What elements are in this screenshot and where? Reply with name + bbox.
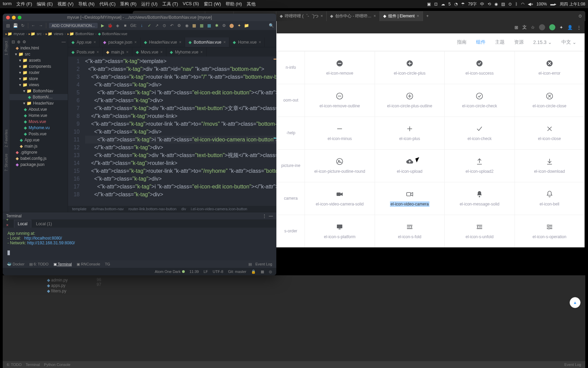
breadcrumb-segment[interactable]: router-link.bottom-nav-button xyxy=(128,207,176,211)
tree-file[interactable]: ◆Posts.vue xyxy=(10,131,68,137)
icon-cell[interactable]: oom-out xyxy=(277,84,305,117)
project-tab[interactable]: 1: Project xyxy=(4,40,8,57)
search-icon[interactable]: 🔍 xyxy=(269,23,274,28)
editor-tab[interactable]: ◆Myhome.vue× xyxy=(166,47,207,57)
new-tab-button[interactable]: + xyxy=(423,14,432,18)
tab-close-icon[interactable]: × xyxy=(97,50,99,55)
tab-close-icon[interactable]: × xyxy=(160,50,163,55)
icon-cell[interactable]: el-icon-minus xyxy=(305,117,375,150)
mem-icon[interactable]: ▦ xyxy=(261,270,264,274)
gear-icon[interactable]: ⚙ xyxy=(22,40,26,44)
stop-icon[interactable]: ■ xyxy=(123,23,128,28)
tree-folder[interactable]: ▾📁views xyxy=(10,82,68,88)
back-icon[interactable]: ← xyxy=(31,23,36,28)
browser-tab[interactable]: ◆创作中心 - 哔哩哔…× xyxy=(327,11,380,21)
tab-close-icon[interactable]: × xyxy=(200,50,203,55)
encoding[interactable]: UTF-8 xyxy=(213,270,223,274)
git-update-icon[interactable]: ↓ xyxy=(140,23,144,28)
tab-close-icon[interactable]: × xyxy=(321,14,323,18)
collapse-icon[interactable]: ⊟ xyxy=(12,40,15,44)
icon-cell[interactable]: el-icon-picture-outline-round xyxy=(305,150,375,182)
icon-cell[interactable]: camera xyxy=(277,182,305,215)
tree-folder[interactable]: ▾📁src xyxy=(10,51,68,57)
term-min-icon[interactable]: — xyxy=(269,214,273,218)
menu-item[interactable]: 编辑 (E) xyxy=(37,1,53,7)
project-tree[interactable]: ⊟ ⊕ ⚙ — ◆index.html▾📁src▾📁assets▾📁compon… xyxy=(10,37,68,212)
menu-item[interactable]: 文件 (F) xyxy=(16,1,32,7)
menu-item[interactable]: 其他 xyxy=(247,1,256,7)
icon-cell[interactable]: el-icon-download xyxy=(514,150,584,182)
menu-item[interactable]: 窗口 (W) xyxy=(204,1,221,7)
scroll-top-button[interactable]: ▲ xyxy=(570,297,581,308)
tree-file[interactable]: ◆index.html xyxy=(10,45,68,51)
icon-cell[interactable]: el-icon-close xyxy=(514,117,584,150)
breadcrumb-segment[interactable]: i.el-icon-video-camera.icon-button xyxy=(191,207,247,211)
path-breadcrumbs[interactable]: ▸📁myvue›▸📁src›▸📁views›▸📁BottomNav›◆Botto… xyxy=(3,30,276,37)
refresh-icon[interactable]: ↻ xyxy=(20,23,25,28)
icon-cell[interactable]: el-icon-video-camera-solid xyxy=(305,182,375,215)
event-log[interactable]: Event Log xyxy=(564,363,581,367)
icon-cell[interactable]: el-icon-upload xyxy=(375,150,444,182)
icon-cell[interactable]: el-icon-circle-check xyxy=(445,84,514,117)
menu-item[interactable]: 重构 (R) xyxy=(120,1,136,7)
icon-cell[interactable]: el-icon-s-operation xyxy=(514,215,584,248)
run-config[interactable]: ADD CONFIGURATION... xyxy=(49,23,98,28)
nav-theme[interactable]: 主题 xyxy=(495,39,505,45)
tree-file[interactable]: ◆Myhome.vu xyxy=(10,125,68,131)
crumb-segment[interactable]: ▸📁BottomNav xyxy=(67,32,94,36)
crumb-segment[interactable]: ▸📁src xyxy=(29,32,42,36)
icon-cell[interactable]: el-icon-bell xyxy=(514,182,584,215)
inspector-icon[interactable]: ◎ xyxy=(269,270,272,274)
tab-close-icon[interactable]: × xyxy=(259,40,261,45)
tg-tool[interactable]: TG xyxy=(105,262,110,266)
menu-item[interactable]: 工具 (T) xyxy=(162,1,178,7)
extensions-icon[interactable]: ✦ xyxy=(559,25,563,30)
editor-tab[interactable]: ◆BottomNav.vue× xyxy=(185,37,229,47)
browser-tab[interactable]: ◆组件 | Element× xyxy=(380,11,423,21)
ext-icon[interactable]: ✱ xyxy=(214,23,219,28)
translate-icon[interactable]: 文 xyxy=(522,24,527,30)
tab-close-icon[interactable]: × xyxy=(374,14,376,18)
icon-cell[interactable]: el-icon-circle-plus xyxy=(375,51,444,84)
gear2-icon[interactable]: ⚙ xyxy=(222,23,227,28)
hide-icon[interactable]: — xyxy=(62,40,66,44)
icon-cell[interactable]: el-icon-circle-plus-outline xyxy=(375,84,444,117)
star-icon[interactable]: ✦ xyxy=(237,23,242,28)
bg-file[interactable]: ◆ admin.py xyxy=(47,277,68,283)
tab-close-icon[interactable]: × xyxy=(179,40,181,45)
save-icon[interactable]: 💾 xyxy=(13,23,18,28)
icon-cell[interactable]: el-icon-circle-close xyxy=(514,84,584,117)
rnconsole-tool[interactable]: ▣ RNConsole xyxy=(77,262,100,266)
tab-close-icon[interactable]: × xyxy=(223,40,226,45)
tree-file[interactable]: ◆.gitignore xyxy=(10,149,68,155)
tree-file[interactable]: ◆Movs.vue xyxy=(10,119,68,125)
favorites-tab[interactable]: 2: Favorites xyxy=(4,128,8,149)
menu-item[interactable]: 帮助 (H) xyxy=(226,1,242,7)
git-history-icon[interactable]: ⊙ xyxy=(162,23,167,28)
menu-item[interactable]: 代码 (C) xyxy=(99,1,116,7)
ext1-icon[interactable]: ⊞ xyxy=(514,25,518,30)
editor-tab[interactable]: ◆HeaderNav.vue× xyxy=(141,37,185,47)
more-icon[interactable]: ⋮ xyxy=(577,25,581,30)
left-toolwindow-tabs[interactable]: 1: Project 2: Favorites 7: Structure xyxy=(3,37,10,212)
tree-file[interactable]: ◆package.json xyxy=(10,162,68,168)
tree-file[interactable]: ◆Home.vue xyxy=(10,112,68,119)
term-close-icon[interactable]: × xyxy=(6,223,10,228)
menu-item[interactable]: 运行 (U) xyxy=(141,1,158,7)
editor-tab[interactable]: ◆Home.vue× xyxy=(229,37,265,47)
icon-cell[interactable]: el-icon-check xyxy=(445,117,514,150)
open-icon[interactable]: ▤ xyxy=(5,23,10,28)
icon-cell[interactable]: el-icon-s-platform xyxy=(305,215,375,248)
network-url[interactable]: http://192.168.31.59:8080/ xyxy=(27,241,75,245)
menu-item[interactable]: VCS (S) xyxy=(183,1,199,7)
avatar-icon[interactable]: ◉ xyxy=(184,23,189,28)
tab-overflow-icon[interactable]: ⊙ xyxy=(578,14,585,18)
crumb-segment[interactable]: ▸📁myvue xyxy=(5,32,24,36)
ext-circle-icon[interactable] xyxy=(539,24,545,30)
icon-cell[interactable]: el-icon-video-camera xyxy=(375,182,444,215)
coverage-icon[interactable]: ◈ xyxy=(115,23,120,28)
nav-component[interactable]: 组件 xyxy=(476,39,486,45)
term-tab-local1[interactable]: Local (1) xyxy=(33,220,55,228)
editor-tab[interactable]: ◆Posts.vue× xyxy=(68,47,103,57)
target-icon[interactable]: ⊕ xyxy=(17,40,20,44)
